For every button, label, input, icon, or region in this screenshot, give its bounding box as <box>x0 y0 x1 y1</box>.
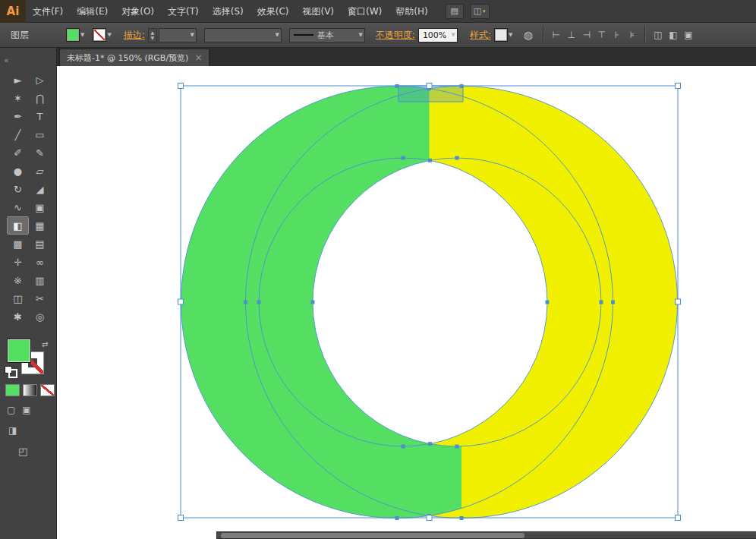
panel-overflow-button[interactable]: ◰ <box>18 446 27 457</box>
variable-width-profile-dropdown[interactable]: ▼ <box>204 28 282 43</box>
default-fill-stroke-button[interactable] <box>5 366 17 376</box>
rotate-tool[interactable]: ↻ <box>7 180 29 198</box>
blob-brush-tool[interactable]: ● <box>7 162 29 180</box>
opacity-panel-link[interactable]: 不透明度: <box>376 29 415 42</box>
collapse-panel-button[interactable]: « <box>4 55 9 65</box>
anchor-point[interactable] <box>611 301 615 304</box>
paintbrush-tool[interactable]: ✐ <box>7 143 29 162</box>
anchor-point[interactable] <box>395 516 399 520</box>
menu-item-6[interactable]: 效果(C) <box>250 0 296 23</box>
align-1-icon[interactable]: ⊢ <box>550 28 562 42</box>
menu-item-9[interactable]: 帮助(H) <box>389 0 434 23</box>
canvas[interactable] <box>57 66 756 539</box>
chevron-down-icon[interactable]: ▼ <box>80 32 84 38</box>
arrange-documents-button[interactable]: ◫ ▾ <box>470 4 490 19</box>
type-tool[interactable]: T <box>29 107 51 125</box>
color-button[interactable] <box>5 384 20 396</box>
gradient-tool[interactable]: ▤ <box>29 235 51 253</box>
screen-mode-button[interactable]: ◨ <box>8 425 17 436</box>
anchor-point[interactable] <box>311 301 315 304</box>
lasso-tool[interactable]: ⋂ <box>29 89 51 107</box>
stepper-up-icon[interactable]: ▲ <box>151 30 155 35</box>
swap-fill-stroke-button[interactable]: ⇄ <box>42 340 48 348</box>
hand-tool[interactable]: ✱ <box>7 307 29 326</box>
artboard-tool[interactable]: ◫ <box>7 289 29 307</box>
blend-tool[interactable]: ∞ <box>29 253 51 271</box>
perspective-grid-tool[interactable]: ▦ <box>29 216 51 235</box>
selection-tool[interactable]: ► <box>7 71 29 89</box>
transform-1-icon[interactable]: ◫ <box>651 28 664 42</box>
graphic-style-link[interactable]: 样式: <box>470 29 491 42</box>
bbox-handle[interactable] <box>427 515 432 521</box>
stroke-weight-dropdown[interactable]: ▼ <box>159 28 197 43</box>
bridge-button[interactable]: ▤ <box>446 4 464 19</box>
stroke-weight-stepper[interactable]: ▲ ▼ <box>148 28 157 43</box>
pencil-tool[interactable]: ✎ <box>29 143 51 162</box>
bbox-handle[interactable] <box>676 84 681 89</box>
gradient-button[interactable] <box>23 384 37 396</box>
align-6-icon[interactable]: ⊧ <box>625 28 638 42</box>
line-segment-tool[interactable]: ╱ <box>7 125 29 143</box>
stepper-down-icon[interactable]: ▼ <box>151 35 155 40</box>
align-5-icon[interactable]: ⊦ <box>610 28 623 42</box>
eyedropper-tool[interactable]: ✛ <box>7 253 29 271</box>
menu-item-5[interactable]: 选择(S) <box>206 0 250 23</box>
align-2-icon[interactable]: ⊥ <box>565 28 578 42</box>
symbol-sprayer-tool[interactable]: ※ <box>7 271 29 289</box>
bbox-handle[interactable] <box>178 84 184 89</box>
anchor-point[interactable] <box>460 516 464 520</box>
anchor-point[interactable] <box>455 445 459 449</box>
anchor-point[interactable] <box>546 301 550 304</box>
direct-selection-tool[interactable]: ▷ <box>29 71 51 89</box>
anchor-point[interactable] <box>600 301 603 304</box>
transform-3-icon[interactable]: ▣ <box>682 28 695 42</box>
chevron-down-icon[interactable]: ▼ <box>509 32 512 38</box>
bbox-handle[interactable] <box>676 515 681 521</box>
toolbar-fill-swatch[interactable] <box>8 339 30 362</box>
scrollbar-thumb[interactable] <box>221 533 524 538</box>
anchor-point[interactable] <box>428 442 432 446</box>
style-swatch[interactable] <box>495 29 507 41</box>
artwork[interactable] <box>57 66 756 539</box>
document-tab[interactable]: 未标题-1* @ 150% (RGB/预览) × <box>59 49 209 66</box>
menu-item-1[interactable]: 文件(F) <box>26 0 70 23</box>
bbox-handle[interactable] <box>178 299 184 304</box>
magic-wand-tool[interactable]: ✶ <box>7 89 29 107</box>
anchor-point[interactable] <box>455 156 459 160</box>
bbox-handle[interactable] <box>427 84 432 89</box>
draw-inside-button[interactable]: ▣ <box>22 405 30 415</box>
stroke-color-swatch[interactable] <box>93 29 106 41</box>
anchor-point[interactable] <box>257 301 261 304</box>
anchor-point[interactable] <box>395 84 399 88</box>
anchor-point[interactable] <box>402 156 405 160</box>
draw-normal-button[interactable]: ▢ <box>7 405 15 415</box>
bbox-handle[interactable] <box>676 299 681 304</box>
brush-definition-dropdown[interactable]: 基本 ▼ <box>289 28 365 43</box>
chevron-down-icon[interactable]: ▼ <box>107 32 111 38</box>
menu-item-7[interactable]: 视图(V) <box>295 0 341 23</box>
bbox-handle[interactable] <box>178 515 184 521</box>
anchor-point[interactable] <box>244 301 247 304</box>
menu-item-3[interactable]: 对象(O) <box>115 0 161 23</box>
eraser-tool[interactable]: ▱ <box>29 162 51 180</box>
mesh-tool[interactable]: ▩ <box>7 235 29 253</box>
rectangle-tool[interactable]: ▭ <box>29 125 51 143</box>
horizontal-scrollbar[interactable] <box>216 531 756 539</box>
scale-tool[interactable]: ◢ <box>29 180 51 198</box>
tab-close-button[interactable]: × <box>194 52 202 63</box>
align-3-icon[interactable]: ⊣ <box>580 28 593 42</box>
transform-2-icon[interactable]: ◧ <box>666 28 679 42</box>
zoom-tool[interactable]: ◎ <box>29 307 51 326</box>
free-transform-tool[interactable]: ▣ <box>29 198 51 216</box>
width-tool[interactable]: ∿ <box>7 198 29 216</box>
pen-tool[interactable]: ✒ <box>7 107 29 125</box>
align-4-icon[interactable]: ⊤ <box>595 28 608 42</box>
anchor-point[interactable] <box>460 84 464 88</box>
menu-item-2[interactable]: 编辑(E) <box>70 0 115 23</box>
anchor-point[interactable] <box>428 159 432 162</box>
column-graph-tool[interactable]: ▥ <box>29 271 51 289</box>
stroke-panel-link[interactable]: 描边: <box>124 29 145 42</box>
shape-builder-tool[interactable]: ◧ <box>7 216 29 235</box>
slice-tool[interactable]: ✂ <box>29 289 51 307</box>
opacity-dropdown[interactable]: 100% ▼ <box>418 28 458 43</box>
